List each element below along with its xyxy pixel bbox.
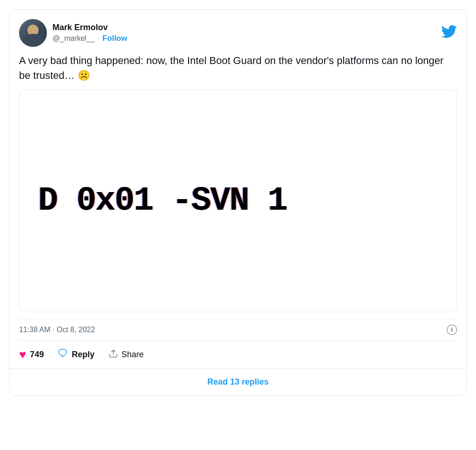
info-icon[interactable]: i (447, 325, 457, 335)
share-icon (109, 349, 118, 360)
tweet-header-left: Mark Ermolov @_markel__ · Follow (19, 19, 127, 47)
tweet-media: D 0x01 -SVN 1 (19, 90, 457, 312)
avatar (19, 19, 47, 47)
tweet-timestamp: 11:38 AM · Oct 8, 2022 (19, 326, 95, 334)
tweet-timestamp-row: 11:38 AM · Oct 8, 2022 i (19, 319, 457, 341)
username-follow-row: @_markel__ · Follow (52, 34, 127, 43)
reply-action[interactable]: Reply (58, 348, 94, 361)
heart-icon: ♥ (19, 347, 26, 362)
like-action[interactable]: ♥ 749 (19, 347, 44, 362)
like-count: 749 (30, 350, 44, 360)
display-name: Mark Ermolov (52, 23, 127, 33)
share-action[interactable]: Share (109, 349, 144, 360)
twitter-logo-icon (441, 25, 457, 42)
tweet-card: Mark Ermolov @_markel__ · Follow A very … (9, 9, 467, 396)
tweet-header: Mark Ermolov @_markel__ · Follow (19, 19, 457, 47)
share-label: Share (122, 350, 144, 360)
tweet-text: A very bad thing happened: now, the Inte… (19, 53, 457, 83)
code-text: D 0x01 -SVN 1 (33, 184, 287, 218)
reply-icon (58, 348, 68, 361)
follow-button[interactable]: Follow (102, 34, 127, 43)
dot-separator: · (98, 34, 99, 43)
username: @_markel__ (52, 34, 95, 43)
read-replies-button[interactable]: Read 13 replies (10, 368, 466, 395)
reply-label: Reply (72, 350, 94, 360)
user-info: Mark Ermolov @_markel__ · Follow (52, 23, 127, 43)
avatar-image (19, 19, 47, 47)
tweet-actions: ♥ 749 Reply Share (19, 341, 457, 368)
